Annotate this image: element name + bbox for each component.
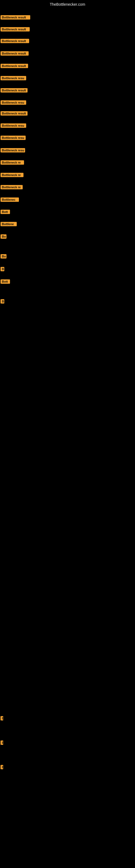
bottleneck-badge: Bottlenec <box>1 197 19 202</box>
bottleneck-badge: Bottleneck result <box>1 111 28 116</box>
bottleneck-badge: Bottleneck result <box>1 51 29 56</box>
bottleneck-badge: B <box>1 299 4 304</box>
bottleneck-badge: Bottleneck result <box>1 64 28 68</box>
bottleneck-badge: Bottleneck resu <box>1 100 26 105</box>
bottleneck-badge: Bo <box>1 254 6 258</box>
bottleneck-badge: Bottleneck re <box>1 173 24 177</box>
bottleneck-badge: Bottleneck result <box>1 39 29 43</box>
bottleneck-badge: Bottleneck result <box>1 88 28 93</box>
bottleneck-badge: Bottleneck result <box>1 27 30 31</box>
bottleneck-badge: Bottleneck resu <box>1 148 25 152</box>
bottleneck-badge: Bott <box>1 210 10 214</box>
bottleneck-badge: Bottlene <box>1 222 17 226</box>
bottleneck-badge: B <box>1 741 3 745</box>
site-title: TheBottlenecker.com <box>50 2 85 6</box>
bottleneck-badge: B <box>1 716 3 720</box>
bottleneck-badge: Bo <box>1 235 6 239</box>
bottleneck-badge: Bottleneck resu <box>1 76 26 80</box>
bottleneck-badge: B <box>1 267 4 271</box>
bottleneck-badge: Bottleneck resu <box>1 123 26 128</box>
bottleneck-badge: Bott <box>1 279 10 284</box>
bottleneck-badge: Bottleneck re <box>1 160 24 165</box>
bottleneck-badge: Bottleneck resu <box>1 135 26 140</box>
bottleneck-badge: B <box>1 765 3 769</box>
bottleneck-badge: Bottleneck re <box>1 185 23 189</box>
bottleneck-badge: Bottleneck result <box>1 15 30 20</box>
